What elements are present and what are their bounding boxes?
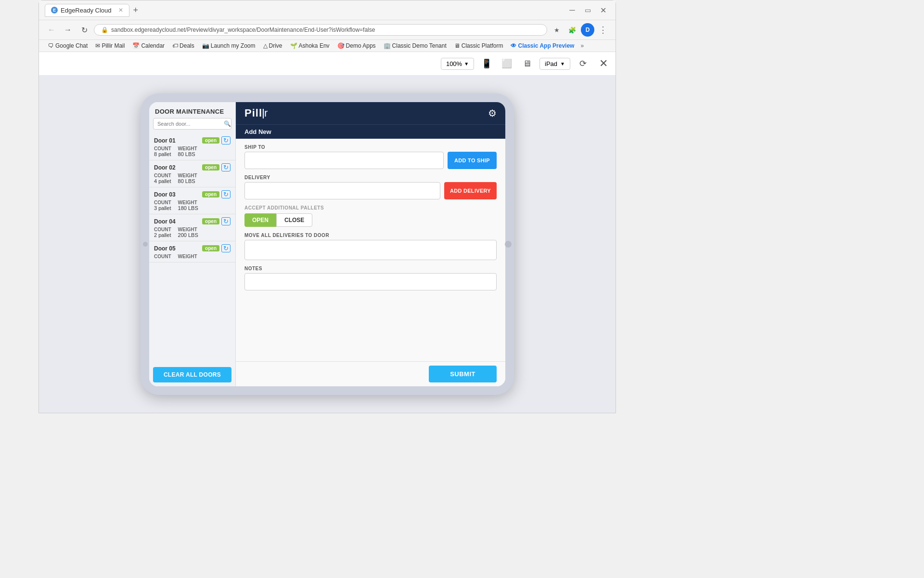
form-body: SHIP TO ADD TO SHIP DELIVERY ADD DE: [236, 139, 505, 361]
bookmark-calendar[interactable]: 📅 Calendar: [129, 41, 168, 50]
forward-button[interactable]: →: [61, 23, 75, 37]
search-input[interactable]: [157, 121, 224, 127]
door-05-name: Door 05: [154, 245, 176, 252]
window-minimize-button[interactable]: ─: [565, 3, 579, 17]
accept-pallets-label: ACCEPT ADDITIONAL PALLETS: [244, 205, 497, 210]
door-03-weight-value: 180 LBS: [178, 205, 198, 211]
ship-to-label: SHIP TO: [244, 144, 497, 150]
deals-icon: 🏷: [172, 42, 178, 49]
desktop-view-button[interactable]: 🖥: [519, 56, 535, 71]
ssl-icon: 🔒: [101, 26, 108, 33]
reload-button[interactable]: ↻: [77, 23, 91, 37]
form-footer: SUBMIT: [236, 361, 505, 386]
device-selector[interactable]: iPad ▼: [539, 58, 570, 70]
tablet-view-button[interactable]: ⬜: [499, 56, 514, 71]
preview-close-button[interactable]: ✕: [599, 57, 608, 70]
notes-group: NOTES: [244, 266, 497, 290]
tab-title: EdgeReady Cloud: [61, 7, 112, 14]
menu-button[interactable]: ⋮: [596, 23, 610, 37]
new-tab-button[interactable]: +: [133, 5, 139, 15]
bookmark-ashoka[interactable]: 🌱 Ashoka Env: [287, 41, 333, 50]
nav-actions: ★ 🧩 D ⋮: [550, 23, 610, 37]
window-close-button[interactable]: ✕: [596, 3, 610, 17]
address-bar[interactable]: 🔒 sandbox.edgereadycloud.net/Preview/div…: [94, 24, 547, 36]
zoom-selector[interactable]: 100% ▼: [441, 58, 474, 70]
move-all-group: MOVE ALL DELIVERIES TO DOOR: [244, 233, 497, 260]
add-new-bar: Add New: [236, 124, 505, 139]
door-02-refresh-icon[interactable]: ↻: [221, 163, 231, 171]
door-05-weight-label: WEIGHT: [178, 254, 197, 259]
pillir-mail-icon: ✉: [95, 42, 100, 49]
door-04-status: open: [202, 218, 219, 224]
tab-close-icon[interactable]: ✕: [118, 7, 123, 13]
door-01-count-value: 8 pallet: [154, 151, 171, 157]
browser-tab[interactable]: E EdgeReady Cloud ✕: [45, 4, 129, 17]
profile-button[interactable]: D: [581, 23, 594, 37]
add-to-ship-button[interactable]: ADD TO SHIP: [448, 152, 497, 169]
add-delivery-button[interactable]: ADD DELIVERY: [444, 182, 497, 199]
door-04-refresh-icon[interactable]: ↻: [221, 217, 231, 225]
classic-demo-icon: 🏢: [384, 42, 391, 49]
search-box[interactable]: 🔍: [153, 118, 231, 130]
notes-input[interactable]: [244, 273, 497, 290]
door-list: Door 01 open ↻ COUNT 8 pallet: [149, 133, 235, 363]
door-04-count-label: COUNT: [154, 227, 171, 232]
logo-line-icon: [263, 109, 264, 118]
bookmark-zoom[interactable]: 📷 Launch my Zoom: [199, 41, 259, 50]
device-chevron-icon: ▼: [560, 61, 565, 66]
bookmark-star-button[interactable]: ★: [550, 23, 564, 37]
bookmark-drive[interactable]: △ Drive: [260, 41, 286, 50]
window-restore-button[interactable]: ▭: [581, 3, 594, 17]
address-text: sandbox.edgereadycloud.net/Preview/divya…: [111, 26, 375, 33]
mobile-view-button[interactable]: 📱: [479, 56, 494, 71]
door-03-refresh-icon[interactable]: ↻: [221, 190, 231, 198]
app-logo: Pillr: [244, 107, 268, 119]
app-header: Pillr ⚙: [236, 102, 505, 124]
open-toggle-button[interactable]: OPEN: [244, 213, 276, 227]
clear-all-doors-button[interactable]: CLEAR ALL DOORS: [153, 367, 231, 382]
bookmark-deals[interactable]: 🏷 Deals: [169, 41, 198, 50]
bookmark-pillir-mail[interactable]: ✉ Pillir Mail: [92, 41, 128, 50]
door-03-name: Door 03: [154, 191, 176, 198]
door-01-refresh-icon[interactable]: ↻: [221, 136, 231, 144]
accept-pallets-group: ACCEPT ADDITIONAL PALLETS OPEN CLOSE: [244, 205, 497, 227]
submit-button[interactable]: SUBMIT: [429, 366, 497, 382]
door-05-refresh-icon[interactable]: ↻: [221, 244, 231, 252]
back-button[interactable]: ←: [45, 23, 58, 37]
door-item-01[interactable]: Door 01 open ↻ COUNT 8 pallet: [149, 133, 235, 160]
sidebar: DOOR MAINTENANCE 🔍 Door 01: [149, 102, 236, 386]
door-02-count-label: COUNT: [154, 173, 171, 178]
door-03-count-value: 3 pallet: [154, 205, 171, 211]
door-04-weight-label: WEIGHT: [178, 227, 198, 232]
door-item-03[interactable]: Door 03 open ↻ COUNT 3 pallet: [149, 187, 235, 214]
google-chat-icon: 🗨: [48, 42, 54, 49]
delivery-input[interactable]: [244, 182, 440, 199]
bookmark-classic-demo[interactable]: 🏢 Classic Demo Tenant: [380, 41, 450, 50]
bookmark-demo-apps[interactable]: 🎯 Demo Apps: [334, 41, 379, 50]
move-all-input[interactable]: [244, 240, 497, 260]
bookmarks-more-icon[interactable]: »: [580, 42, 584, 49]
bookmark-classic-app-preview[interactable]: 👁 Classic App Preview: [507, 41, 578, 50]
close-toggle-button[interactable]: CLOSE: [276, 213, 312, 227]
door-item-05[interactable]: Door 05 open ↻ COUNT: [149, 241, 235, 263]
logo-pill: Pill: [244, 107, 262, 119]
notes-label: NOTES: [244, 266, 497, 271]
bookmark-google-chat[interactable]: 🗨 Google Chat: [45, 41, 91, 50]
door-item-02[interactable]: Door 02 open ↻ COUNT 4 pallet: [149, 160, 235, 187]
drive-icon: △: [263, 42, 268, 49]
zoom-label: 100%: [446, 60, 462, 67]
door-item-04[interactable]: Door 04 open ↻ COUNT 2 pallet: [149, 214, 235, 241]
door-02-status: open: [202, 164, 219, 171]
door-03-count-label: COUNT: [154, 200, 171, 205]
extensions-button[interactable]: 🧩: [565, 23, 579, 37]
door-01-status: open: [202, 137, 219, 144]
door-01-weight-label: WEIGHT: [178, 146, 197, 151]
door-05-count-label: COUNT: [154, 254, 171, 259]
settings-gear-button[interactable]: ⚙: [488, 107, 497, 119]
preview-area: DOOR MAINTENANCE 🔍 Door 01: [39, 76, 616, 413]
ship-to-input[interactable]: [244, 152, 444, 169]
open-close-toggle: OPEN CLOSE: [244, 213, 497, 227]
rotate-device-button[interactable]: ⟳: [575, 56, 590, 71]
bookmark-classic-platform[interactable]: 🖥 Classic Platform: [451, 41, 507, 50]
nav-bar: ← → ↻ 🔒 sandbox.edgereadycloud.net/Previ…: [39, 20, 616, 40]
